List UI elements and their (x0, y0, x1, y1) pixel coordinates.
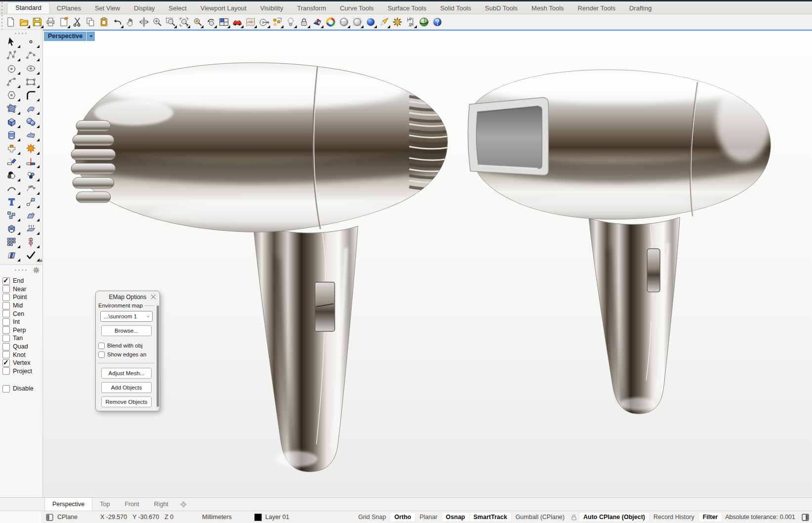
chevron-down-icon[interactable] (87, 32, 95, 41)
toolbar-button[interactable] (2, 129, 21, 142)
toolbar-button[interactable] (21, 88, 40, 102)
checkbox[interactable] (2, 326, 10, 334)
viewport-tab[interactable]: Perspective (44, 498, 92, 511)
environment-map-select[interactable]: ...\sunroom 1 (100, 311, 153, 322)
toolbar-button[interactable] (31, 15, 44, 29)
menu-tab[interactable]: Display (127, 2, 162, 14)
osnap-toggle[interactable]: Quad (2, 343, 42, 351)
toolbar-button[interactable] (271, 15, 284, 29)
dialog-checkbox[interactable]: Blend with obj (98, 341, 155, 350)
toolbar-button[interactable] (2, 249, 21, 262)
toolbar-button[interactable] (364, 15, 377, 29)
add-viewport-button[interactable] (176, 498, 191, 511)
menu-tab[interactable]: Visibility (253, 2, 290, 14)
status-toggle[interactable]: Ortho (390, 513, 415, 522)
osnap-toggle[interactable]: Project (2, 367, 42, 376)
toolbar-button[interactable] (124, 15, 137, 29)
checkbox[interactable] (2, 335, 10, 342)
dialog-button[interactable]: Adjust Mesh... (101, 368, 152, 379)
checkbox[interactable] (2, 302, 10, 309)
toolbar-button[interactable] (21, 75, 40, 88)
toolbar-button[interactable] (297, 15, 311, 29)
toolbar-button[interactable] (2, 209, 21, 222)
menu-tab[interactable]: Curve Tools (333, 2, 380, 14)
toolbar-button[interactable] (377, 15, 391, 29)
toolbar-button[interactable] (311, 15, 324, 29)
toolbar-button[interactable] (21, 182, 40, 195)
toolbar-button[interactable] (21, 62, 40, 75)
toolbar-button[interactable] (21, 195, 40, 209)
toolbar-grip[interactable] (0, 1, 4, 14)
checkbox[interactable] (2, 294, 10, 301)
checkbox[interactable] (98, 351, 105, 358)
toolbar-button[interactable] (2, 48, 21, 62)
toolbar-button[interactable] (71, 15, 84, 29)
dialog-checkbox[interactable]: Show edges an (98, 350, 155, 359)
cplane-label[interactable]: CPlane (57, 514, 78, 521)
menu-tab[interactable]: Viewport Layout (194, 2, 253, 14)
lock-icon[interactable] (570, 513, 578, 521)
toolbar-button[interactable] (21, 209, 40, 222)
dialog-titlebar[interactable]: EMap Options (96, 291, 160, 303)
menu-tab[interactable]: Select (162, 2, 194, 14)
dialog-button[interactable]: Add Objects (101, 382, 152, 393)
checkbox[interactable] (2, 359, 10, 367)
toolbar-button[interactable] (57, 15, 71, 29)
toolbar-button[interactable] (257, 15, 271, 29)
menu-tab[interactable]: Solid Tools (433, 2, 478, 14)
units-label[interactable]: Millimeters (202, 514, 232, 521)
toolbar-button[interactable] (164, 15, 177, 29)
toolbar-button[interactable] (2, 169, 21, 182)
viewport-title-tab[interactable]: Perspective (44, 32, 86, 41)
checkbox[interactable] (2, 385, 10, 392)
toolbar-button[interactable] (111, 15, 124, 29)
menu-tab[interactable]: Mesh Tools (525, 2, 571, 14)
panel-right-icon[interactable] (801, 513, 810, 522)
menu-tab[interactable]: Set View (88, 2, 127, 14)
viewport-tab[interactable]: Front (117, 498, 146, 511)
osnap-disable-toggle[interactable]: Disable (2, 385, 42, 393)
panel-left-icon[interactable] (45, 513, 54, 522)
toolbar-button[interactable] (2, 195, 21, 209)
osnap-toggle[interactable]: Perp (2, 326, 42, 335)
osnap-toggle[interactable]: Vertex (2, 359, 42, 367)
status-toggle[interactable]: Grid Snap (354, 513, 390, 522)
toolbar-grip[interactable] (0, 14, 4, 29)
toolbar-button[interactable] (2, 102, 21, 115)
osnap-toggle[interactable]: Mid (2, 302, 42, 310)
toolbar-button[interactable] (21, 249, 40, 262)
osnap-toggle[interactable]: Cen (2, 309, 42, 318)
menu-tab[interactable]: CPlanes (50, 2, 88, 14)
toolbar-grip[interactable] (14, 32, 29, 34)
toolbar-button[interactable] (231, 15, 244, 29)
checkbox[interactable] (2, 367, 10, 375)
toolbar-button[interactable] (431, 15, 444, 29)
toolbar-button[interactable] (44, 15, 57, 29)
toolbar-button[interactable] (404, 15, 417, 29)
status-toggle[interactable]: Planar (415, 513, 441, 522)
toolbar-button[interactable] (21, 222, 40, 235)
status-toggle[interactable]: SmartTrack (470, 513, 511, 522)
layer-indicator[interactable]: Layer 01 (254, 514, 289, 521)
osnap-toggle[interactable]: Tan (2, 334, 42, 343)
toolbar-button[interactable] (21, 169, 40, 182)
checkbox[interactable] (2, 277, 10, 285)
checkbox[interactable] (2, 318, 10, 326)
menu-tab[interactable]: Standard (7, 2, 50, 14)
toolbar-button[interactable] (21, 129, 40, 142)
layer-color-swatch[interactable] (254, 514, 262, 521)
dialog-scrollbar[interactable] (157, 304, 159, 410)
toolbar-button[interactable] (204, 15, 217, 29)
toolbar-overflow-chevron[interactable]: » (39, 257, 41, 264)
status-toggle[interactable]: Gumball (CPlane) (512, 513, 568, 522)
menu-tab[interactable]: SubD Tools (478, 2, 525, 14)
checkbox[interactable] (2, 351, 10, 358)
status-toggle[interactable]: Auto CPlane (Object) (579, 513, 649, 522)
toolbar-button[interactable] (17, 15, 31, 29)
toolbar-button[interactable] (351, 15, 364, 29)
toolbar-button[interactable] (84, 15, 97, 29)
toolbar-button[interactable] (2, 35, 21, 48)
checkbox[interactable] (2, 343, 10, 350)
toolbar-button[interactable] (244, 15, 257, 29)
toolbar-button[interactable] (2, 62, 21, 75)
